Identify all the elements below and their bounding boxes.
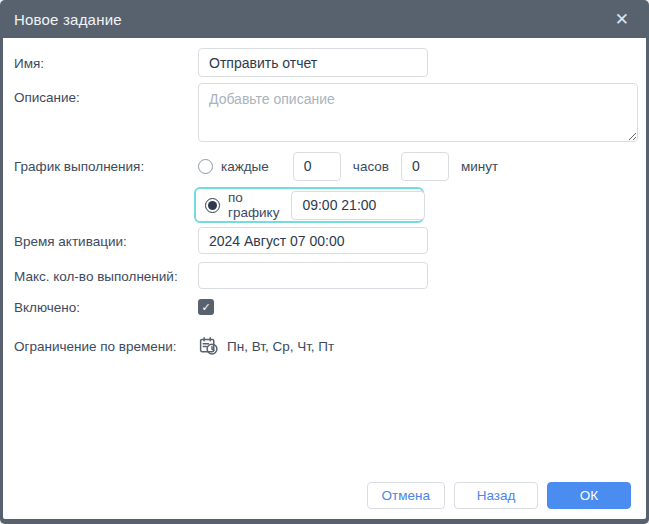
dialog-body: Имя: Описание: График выполнения: каждые… xyxy=(3,38,646,519)
schedule-label: График выполнения: xyxy=(14,151,198,174)
max-executions-label: Макс. кол-во выполнений: xyxy=(14,268,198,284)
enabled-checkbox[interactable]: ✓ xyxy=(198,299,214,315)
name-label: Имя: xyxy=(14,55,198,71)
schedule-row: График выполнения: каждые часов минут по… xyxy=(14,151,638,223)
new-task-dialog: Новое задание ✕ Имя: Описание: График вы… xyxy=(0,0,649,524)
close-icon[interactable]: ✕ xyxy=(611,9,633,30)
radio-by-schedule[interactable] xyxy=(205,198,220,213)
time-restriction-row: Ограничение по времени: Пн, Вт, Ср, Чт, … xyxy=(14,335,638,357)
schedule-every-option: каждые часов минут xyxy=(198,151,510,181)
ok-button[interactable]: ОК xyxy=(547,482,631,509)
hours-unit-label: часов xyxy=(353,159,389,174)
calendar-clock-icon[interactable] xyxy=(198,335,219,357)
radio-by-schedule-label: по графику xyxy=(228,190,279,220)
description-row: Описание: xyxy=(14,83,638,142)
minutes-input[interactable] xyxy=(401,152,449,181)
time-restriction-value: Пн, Вт, Ср, Чт, Пт xyxy=(227,339,334,354)
max-executions-row: Макс. кол-во выполнений: xyxy=(14,262,638,289)
cancel-button[interactable]: Отмена xyxy=(367,482,445,509)
description-textarea[interactable] xyxy=(198,83,638,142)
radio-every[interactable] xyxy=(198,159,213,174)
enabled-row: Включено: ✓ xyxy=(14,299,638,315)
activation-time-label: Время активации: xyxy=(14,233,198,249)
dialog-titlebar: Новое задание ✕ xyxy=(0,0,649,38)
hours-input[interactable] xyxy=(293,152,341,181)
minutes-unit-label: минут xyxy=(461,159,498,174)
schedule-by-schedule-option: по графику xyxy=(194,187,424,223)
name-row: Имя: xyxy=(14,48,638,77)
activation-time-input[interactable] xyxy=(198,227,428,254)
dialog-title: Новое задание xyxy=(14,11,122,28)
max-executions-input[interactable] xyxy=(198,262,428,289)
activation-time-row: Время активации: xyxy=(14,227,638,254)
enabled-label: Включено: xyxy=(14,299,198,315)
back-button[interactable]: Назад xyxy=(454,482,538,509)
time-restriction-label: Ограничение по времени: xyxy=(14,338,198,354)
dialog-footer: Отмена Назад ОК xyxy=(367,482,631,509)
schedule-time-input[interactable] xyxy=(291,191,425,220)
name-input[interactable] xyxy=(198,48,428,77)
radio-every-label: каждые xyxy=(221,159,269,174)
description-label: Описание: xyxy=(14,83,198,105)
